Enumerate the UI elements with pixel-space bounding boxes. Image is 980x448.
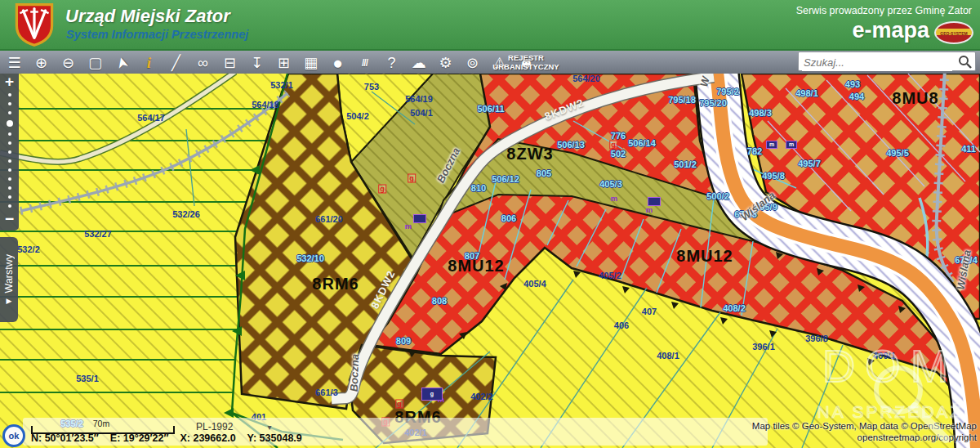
app-title: Urząd Miejski Zator [65,6,230,27]
zoom-out-button[interactable]: − [5,211,14,227]
coord-x: X: 239662.0 [180,432,235,444]
map-attribution: Map tiles © Geo-System, Map data © OpenS… [752,420,977,444]
download-cloud-icon[interactable]: ☁ [409,53,428,73]
map-viewport[interactable]: 564/20532/1564/19564/18564/17661/20532/2… [0,74,980,448]
zoom-level-slider[interactable] [7,93,13,208]
search-icon[interactable] [958,55,972,69]
app-subtitle: System Informacji Przestrzennej [66,28,248,41]
attribution-line1: Map tiles © Geo-System, Map data © OpenS… [752,420,977,432]
status-bar: 70m PL-1992▾ N: 50°01′23.5″E: 19°29′22″X… [23,418,768,446]
coord-e: E: 19°29′22″ [110,432,169,444]
zoom-level-dot[interactable] [7,120,13,127]
toolbar-icons: ☰⊕⊖▢➤i╱∞⊟↧⊞▦●///?☁⚙⊚⚠☻ [5,52,544,74]
link-icon[interactable]: ∞ [194,53,212,73]
settings-icon[interactable]: ⚙ [436,53,455,73]
zoom-level-dot[interactable] [8,102,11,105]
zoom-level-dot[interactable] [8,132,11,136]
cursor-coordinates: N: 50°01′23.5″E: 19°29′22″X: 239662.0Y: … [31,432,314,444]
zoom-in-button[interactable]: + [5,74,14,90]
zoom-out-icon[interactable]: ⊖ [59,53,78,73]
coord-n: N: 50°01′23.5″ [31,432,99,444]
header-bar: Urząd Miejski Zator System Informacji Pr… [0,0,980,49]
geosystem-logo-icon: GEO-SYSTEM [934,21,973,44]
layout-icon[interactable]: ▦ [301,53,320,73]
zoom-control: + − [0,74,19,231]
coords-search-icon[interactable]: ⊚ [463,53,482,73]
map-canvas [0,74,980,448]
zoom-level-dot[interactable] [8,204,11,208]
pointer-icon[interactable]: ➤ [110,52,134,74]
hatch-icon[interactable]: /// [355,53,374,73]
polygon-annotation-icon[interactable]: ● [328,53,347,73]
attribution-copyright-link[interactable]: openstreetmap.org/copyright [752,432,977,443]
search-input[interactable] [802,53,952,71]
zator-coat-of-arms [15,2,54,47]
select-area-icon[interactable]: ▢ [86,53,105,73]
ok-button[interactable]: ok [2,424,25,447]
measure-icon[interactable]: ╱ [167,53,185,73]
search-box [798,52,976,71]
rejestr-urbanistyczny-button[interactable]: REJESTR URBANISTYCZNY [491,53,561,72]
streetview-icon[interactable]: ↧ [247,53,266,73]
layers-panel-tab[interactable]: Warstwy ▶ [0,237,18,322]
layers-icon[interactable]: ☰ [5,53,24,73]
zoom-level-dot[interactable] [8,159,11,163]
expand-arrow-icon: ▶ [7,297,12,305]
zoom-in-icon[interactable]: ⊕ [32,53,51,73]
help-icon[interactable]: ? [382,53,401,73]
zoom-level-dot[interactable] [8,93,11,96]
crs-selector[interactable]: PL-1992▾ [196,421,271,432]
zoom-level-dot[interactable] [8,186,11,190]
zoom-level-dot[interactable] [8,195,11,199]
zoom-level-dot[interactable] [8,111,11,114]
service-note: Serwis prowadzony przez Gminę Zator [796,5,972,16]
zoom-level-dot[interactable] [8,168,11,172]
print-icon[interactable]: ⊟ [220,53,239,73]
copy-view-icon[interactable]: ⊞ [274,53,293,73]
info-icon[interactable]: i [140,53,158,73]
zoom-level-dot[interactable] [8,177,11,181]
zoom-level-dot[interactable] [8,141,11,145]
layers-tab-label: Warstwy [3,254,15,293]
emapa-logo-text: e-mapa [852,18,929,43]
chevron-down-icon: ▾ [267,423,271,432]
zoom-level-dot[interactable] [8,150,11,154]
coord-y: Y: 535048.9 [247,432,302,444]
